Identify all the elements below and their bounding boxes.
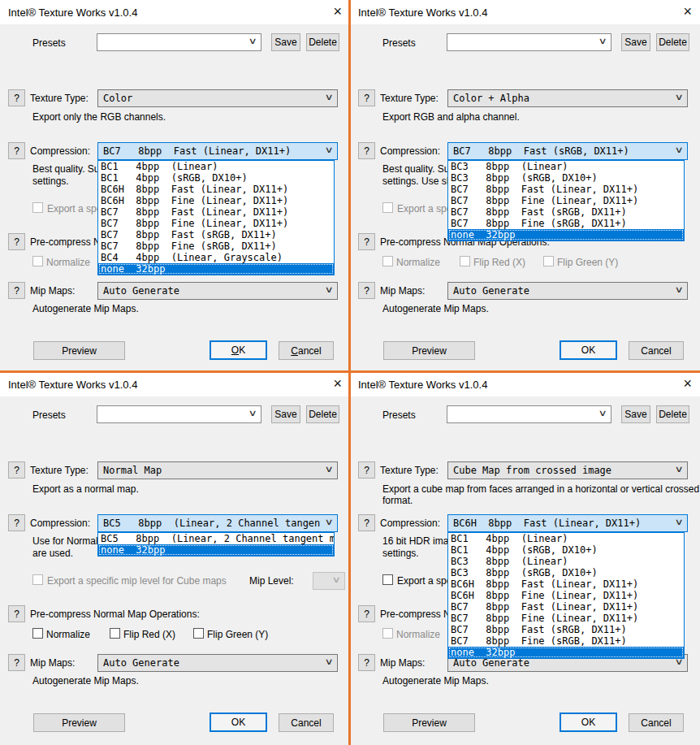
texture-type-combobox[interactable]: Cube Map from crossed image ∨ xyxy=(447,461,688,479)
titlebar[interactable]: Intel® Texture Works v1.0.4 × xyxy=(350,0,700,24)
help-button-texture-type[interactable]: ? xyxy=(358,89,375,106)
dropdown-item[interactable]: BC6H 8bpp Fast (Linear, DX11+) xyxy=(98,184,334,195)
dropdown-item[interactable]: BC6H 8bpp Fine (Linear, DX11+) xyxy=(98,195,334,206)
save-button[interactable]: Save xyxy=(621,405,650,423)
texture-type-combobox[interactable]: Color + Alpha ∨ xyxy=(447,89,688,107)
dropdown-item[interactable]: none 32bpp xyxy=(448,229,684,240)
dropdown-item[interactable]: BC7 8bpp Fast (sRGB, DX11+) xyxy=(448,624,684,635)
mip-maps-label: Mip Maps: xyxy=(30,657,75,669)
dropdown-item[interactable]: BC3 8bpp (sRGB, DX10+) xyxy=(448,172,684,184)
dropdown-item[interactable]: BC7 8bpp Fine (Linear, DX11+) xyxy=(448,195,684,206)
dropdown-item[interactable]: BC3 8bpp (Linear) xyxy=(448,556,684,567)
help-button-texture-type[interactable]: ? xyxy=(358,461,375,479)
dropdown-item[interactable]: BC6H 8bpp Fast (Linear, DX11+) xyxy=(448,578,684,590)
dropdown-item[interactable]: BC1 4bpp (sRGB, DX10+) xyxy=(98,172,334,184)
close-icon[interactable]: × xyxy=(333,375,342,392)
dropdown-item[interactable]: BC7 8bpp Fine (sRGB, DX11+) xyxy=(448,635,684,647)
help-button-compression[interactable]: ? xyxy=(8,142,25,159)
texture-type-label: Texture Type: xyxy=(30,465,89,476)
texture-type-description: Export as a normal map. xyxy=(32,483,139,495)
ok-button[interactable]: OK xyxy=(210,340,267,360)
close-icon[interactable]: × xyxy=(333,2,342,20)
flip-red-checkbox[interactable] xyxy=(110,628,120,639)
close-icon[interactable]: × xyxy=(683,2,692,20)
help-button-compression[interactable]: ? xyxy=(358,514,375,531)
export-mip-checkbox[interactable] xyxy=(382,574,393,585)
help-button-compression[interactable]: ? xyxy=(8,514,25,531)
chevron-down-icon: ∨ xyxy=(324,656,333,667)
help-button-mip-maps[interactable]: ? xyxy=(358,282,375,299)
titlebar[interactable]: Intel® Texture Works v1.0.4 × xyxy=(350,372,700,396)
help-button-precompress[interactable]: ? xyxy=(358,605,375,622)
cancel-button[interactable]: Cancel xyxy=(629,713,684,732)
help-button-mip-maps[interactable]: ? xyxy=(8,282,25,299)
preview-button[interactable]: Preview xyxy=(33,341,125,360)
preview-button[interactable]: Preview xyxy=(33,713,125,732)
mip-maps-combobox[interactable]: Auto Generate ∨ xyxy=(447,282,688,300)
dropdown-item[interactable]: none 32bpp xyxy=(98,544,334,556)
dropdown-item[interactable]: BC7 8bpp Fine (sRGB, DX11+) xyxy=(448,218,684,229)
presets-combobox[interactable]: ∨ xyxy=(447,405,611,423)
dropdown-item[interactable]: BC5 8bpp (Linear, 2 Channel tangent map) xyxy=(98,533,334,544)
ok-button[interactable]: OK xyxy=(560,340,617,360)
cancel-button[interactable]: Cancel xyxy=(279,341,334,360)
dropdown-item[interactable]: BC1 4bpp (Linear) xyxy=(448,533,684,544)
dropdown-item[interactable]: BC7 8bpp Fast (Linear, DX11+) xyxy=(448,601,684,613)
compression-combobox[interactable]: BC7 8bpp Fast (Linear, DX11+) ∨ xyxy=(97,142,338,160)
chevron-down-icon: ∨ xyxy=(248,408,257,418)
chevron-down-icon: ∨ xyxy=(248,36,257,46)
compression-combobox[interactable]: BC5 8bpp (Linear, 2 Channel tangent map)… xyxy=(97,514,338,532)
save-button[interactable]: Save xyxy=(271,33,300,51)
delete-button[interactable]: Delete xyxy=(656,405,689,423)
cancel-button[interactable]: Cancel xyxy=(279,713,334,732)
help-button-precompress[interactable]: ? xyxy=(8,605,25,622)
help-button-texture-type[interactable]: ? xyxy=(8,461,25,479)
dropdown-item[interactable]: BC1 4bpp (Linear) xyxy=(98,161,334,172)
cancel-button[interactable]: Cancel xyxy=(629,341,684,360)
dropdown-item[interactable]: none 32bpp xyxy=(448,647,684,658)
mip-maps-combobox[interactable]: Auto Generate ∨ xyxy=(97,654,338,672)
dropdown-item[interactable]: none 32bpp xyxy=(98,263,334,275)
save-button[interactable]: Save xyxy=(621,33,650,51)
save-button[interactable]: Save xyxy=(271,405,300,423)
preview-button[interactable]: Preview xyxy=(383,341,475,360)
normalize-checkbox[interactable] xyxy=(32,628,43,639)
help-button-precompress[interactable]: ? xyxy=(358,233,375,250)
flip-green-checkbox[interactable] xyxy=(193,628,204,639)
dropdown-item[interactable]: BC7 8bpp Fine (sRGB, DX11+) xyxy=(98,240,334,252)
mip-maps-combobox[interactable]: Auto Generate ∨ xyxy=(97,282,338,300)
help-button-mip-maps[interactable]: ? xyxy=(8,654,25,671)
dropdown-item[interactable]: BC7 8bpp Fast (Linear, DX11+) xyxy=(448,184,684,195)
help-button-precompress[interactable]: ? xyxy=(8,233,25,250)
texture-type-combobox[interactable]: Normal Map ∨ xyxy=(97,461,338,479)
compression-combobox[interactable]: BC7 8bpp Fast (sRGB, DX11+) ∨ xyxy=(447,142,688,160)
compression-combobox[interactable]: BC6H 8bpp Fast (Linear, DX11+) ∨ xyxy=(447,514,688,532)
dropdown-item[interactable]: BC4 4bpp (Linear, Grayscale) xyxy=(98,252,334,263)
preview-button[interactable]: Preview xyxy=(383,713,475,732)
help-button-mip-maps[interactable]: ? xyxy=(358,654,375,671)
titlebar[interactable]: Intel® Texture Works v1.0.4 × xyxy=(0,0,350,24)
dropdown-item[interactable]: BC3 8bpp (sRGB, DX10+) xyxy=(448,567,684,578)
close-icon[interactable]: × xyxy=(683,375,692,392)
dropdown-item[interactable]: BC7 8bpp Fine (Linear, DX11+) xyxy=(98,218,334,229)
presets-combobox[interactable]: ∨ xyxy=(97,33,261,51)
dropdown-item[interactable]: BC7 8bpp Fast (sRGB, DX11+) xyxy=(448,206,684,218)
presets-combobox[interactable]: ∨ xyxy=(447,33,611,51)
ok-button[interactable]: OK xyxy=(210,713,267,732)
dropdown-item[interactable]: BC6H 8bpp Fine (Linear, DX11+) xyxy=(448,590,684,601)
ok-button[interactable]: OK xyxy=(560,713,617,732)
dropdown-item[interactable]: BC7 8bpp Fine (Linear, DX11+) xyxy=(448,613,684,624)
dropdown-item[interactable]: BC1 4bpp (sRGB, DX10+) xyxy=(448,544,684,556)
delete-button[interactable]: Delete xyxy=(306,405,339,423)
dropdown-item[interactable]: BC3 8bpp (Linear) xyxy=(448,161,684,172)
texture-type-combobox[interactable]: Color ∨ xyxy=(97,89,338,107)
delete-button[interactable]: Delete xyxy=(306,33,339,51)
dropdown-item[interactable]: BC7 8bpp Fast (sRGB, DX11+) xyxy=(98,229,334,240)
help-button-compression[interactable]: ? xyxy=(358,142,375,159)
titlebar[interactable]: Intel® Texture Works v1.0.4 × xyxy=(0,372,350,396)
delete-button[interactable]: Delete xyxy=(656,33,689,51)
presets-combobox[interactable]: ∨ xyxy=(97,405,261,423)
help-button-texture-type[interactable]: ? xyxy=(8,89,25,106)
panel-top-right: Intel® Texture Works v1.0.4 × Presets ∨ … xyxy=(350,0,700,372)
dropdown-item[interactable]: BC7 8bpp Fast (Linear, DX11+) xyxy=(98,206,334,218)
